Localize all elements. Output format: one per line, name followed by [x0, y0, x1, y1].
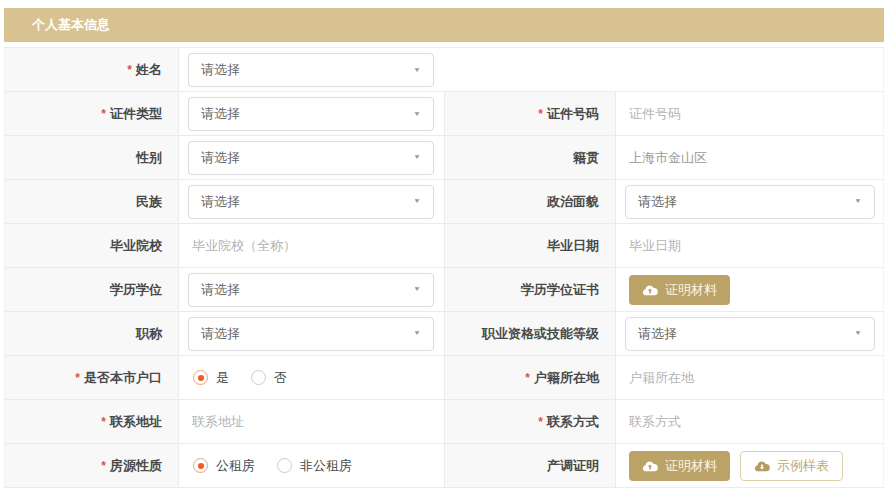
household-location-label: * 户籍所在地 — [444, 356, 616, 399]
chevron-down-icon: ▼ — [413, 330, 421, 337]
form-row-graduation: 毕业院校 毕业日期 — [5, 224, 883, 268]
panel-title: 个人基本信息 — [4, 8, 884, 42]
housing-type-radio-group: 公租房 非公租房 — [188, 457, 352, 475]
form-row-name: * 姓名 请选择 ▼ — [5, 48, 883, 92]
ethnicity-select[interactable]: 请选择 ▼ — [188, 185, 434, 219]
required-marker: * — [525, 371, 530, 385]
chevron-down-icon: ▼ — [413, 66, 421, 73]
education-degree-select[interactable]: 请选择 ▼ — [188, 273, 434, 307]
graduation-school-input[interactable] — [188, 238, 418, 253]
vocational-level-label: 职业资格或技能等级 — [444, 312, 616, 355]
required-marker: * — [538, 107, 543, 121]
required-marker: * — [538, 415, 543, 429]
education-degree-label: 学历学位 — [5, 268, 179, 311]
form-row-degree: 学历学位 请选择 ▼ 学历学位证书 — [5, 268, 883, 312]
form-row-ethnicity: 民族 请选择 ▼ 政治面貌 请选择 ▼ — [5, 180, 883, 224]
id-number-label: * 证件号码 — [444, 92, 616, 135]
contact-method-label: * 联系方式 — [444, 400, 616, 443]
gender-label: 性别 — [5, 136, 179, 179]
chevron-down-icon: ▼ — [413, 154, 421, 161]
job-title-label: 职称 — [5, 312, 179, 355]
vocational-level-select[interactable]: 请选择 ▼ — [625, 317, 875, 351]
radio-icon — [251, 370, 266, 385]
required-marker: * — [101, 107, 106, 121]
required-marker: * — [75, 371, 80, 385]
housing-type-label: * 房源性质 — [5, 444, 179, 487]
form-row-housing: * 房源性质 公租房 非公租房 — [5, 444, 883, 488]
radio-option-yes[interactable]: 是 — [193, 369, 229, 387]
cloud-upload-icon — [642, 284, 658, 296]
empty-cell — [445, 48, 883, 91]
cloud-download-icon — [754, 460, 770, 472]
contact-address-label: * 联系地址 — [5, 400, 179, 443]
household-location-input[interactable] — [625, 370, 855, 385]
form-row-title: 职称 请选择 ▼ 职业资格或技能等级 请选择 ▼ — [5, 312, 883, 356]
degree-certificate-label: 学历学位证书 — [444, 268, 616, 311]
radio-icon — [193, 458, 208, 473]
contact-address-input[interactable] — [188, 414, 418, 429]
job-title-select[interactable]: 请选择 ▼ — [188, 317, 434, 351]
ethnicity-label: 民族 — [5, 180, 179, 223]
sample-form-button[interactable]: 示例样表 — [740, 451, 843, 481]
chevron-down-icon: ▼ — [854, 330, 862, 337]
property-certificate-label: 产调证明 — [444, 444, 616, 487]
political-status-label: 政治面貌 — [444, 180, 616, 223]
radio-icon — [193, 370, 208, 385]
chevron-down-icon: ▼ — [854, 198, 862, 205]
native-place-input[interactable] — [625, 150, 855, 165]
graduation-date-input[interactable] — [625, 238, 855, 253]
native-place-label: 籍贯 — [444, 136, 616, 179]
graduation-school-label: 毕业院校 — [5, 224, 179, 267]
chevron-down-icon: ▼ — [413, 286, 421, 293]
id-type-label: * 证件类型 — [5, 92, 179, 135]
radio-icon — [277, 458, 292, 473]
property-certificate-upload-button[interactable]: 证明材料 — [629, 451, 730, 481]
required-marker: * — [101, 415, 106, 429]
radio-option-no[interactable]: 否 — [251, 369, 287, 387]
chevron-down-icon: ▼ — [413, 110, 421, 117]
graduation-date-label: 毕业日期 — [444, 224, 616, 267]
required-marker: * — [101, 459, 106, 473]
required-marker: * — [127, 63, 132, 77]
personal-info-panel: 个人基本信息 * 姓名 请选择 ▼ * — [4, 8, 884, 488]
name-select[interactable]: 请选择 ▼ — [188, 53, 434, 87]
name-label: * 姓名 — [5, 48, 179, 91]
political-status-select[interactable]: 请选择 ▼ — [625, 185, 875, 219]
degree-certificate-upload-button[interactable]: 证明材料 — [629, 275, 730, 305]
form-row-id: * 证件类型 请选择 ▼ * 证件号码 — [5, 92, 883, 136]
contact-method-input[interactable] — [625, 414, 855, 429]
cloud-upload-icon — [642, 460, 658, 472]
radio-option-non-public-rental[interactable]: 非公租房 — [277, 457, 352, 475]
form-row-household: * 是否本市户口 是 否 — [5, 356, 883, 400]
id-type-select[interactable]: 请选择 ▼ — [188, 97, 434, 131]
id-number-input[interactable] — [625, 106, 855, 121]
gender-select[interactable]: 请选择 ▼ — [188, 141, 434, 175]
form-row-contact: * 联系地址 * 联系方式 — [5, 400, 883, 444]
local-household-label: * 是否本市户口 — [5, 356, 179, 399]
personal-info-form: * 姓名 请选择 ▼ * 证件类型 — [4, 47, 884, 488]
local-household-radio-group: 是 否 — [188, 369, 287, 387]
radio-option-public-rental[interactable]: 公租房 — [193, 457, 255, 475]
form-row-gender: 性别 请选择 ▼ 籍贯 — [5, 136, 883, 180]
chevron-down-icon: ▼ — [413, 198, 421, 205]
